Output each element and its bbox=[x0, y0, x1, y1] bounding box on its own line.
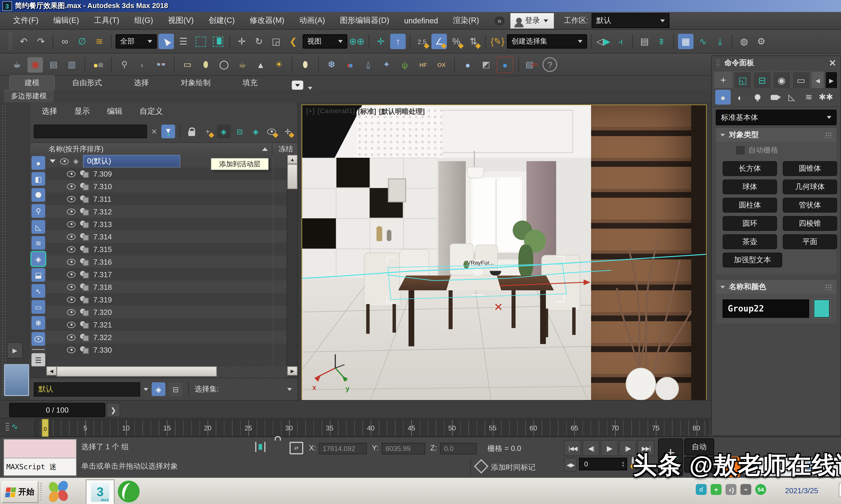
y-coordinate-field[interactable]: 6035.99 bbox=[382, 443, 425, 454]
ribbon-tab-freeform[interactable]: 自由形式 bbox=[57, 76, 117, 90]
column-name[interactable]: 名称(按升序排序) bbox=[30, 144, 103, 154]
plane-button[interactable]: 平面 bbox=[783, 234, 837, 249]
command-panel-titlebar[interactable]: 命令面板 bbox=[712, 56, 841, 70]
list-view-icon[interactable]: ☰ bbox=[32, 353, 45, 367]
viewport-menu-standard[interactable]: [标准] bbox=[358, 107, 376, 116]
object-row[interactable]: 7.318 bbox=[47, 281, 287, 293]
scroll-up-icon[interactable]: ▲ bbox=[287, 155, 297, 164]
select-place-panel-icon[interactable]: ◩ bbox=[478, 57, 494, 72]
visibility-eye-icon[interactable] bbox=[67, 271, 75, 277]
visibility-eye-icon[interactable] bbox=[67, 322, 75, 328]
tab-motion[interactable]: ◉ bbox=[772, 71, 791, 88]
help-icon[interactable]: ? bbox=[543, 57, 557, 72]
object-color-swatch[interactable] bbox=[813, 300, 829, 318]
render-settings-panel-icon[interactable]: ▥ bbox=[64, 57, 80, 72]
visibility-eye-icon[interactable] bbox=[67, 183, 75, 189]
select-scale-icon[interactable]: ◲ bbox=[268, 34, 284, 49]
scrollbar-thumb[interactable] bbox=[287, 164, 297, 189]
material-editor-icon[interactable]: ◍ bbox=[736, 34, 752, 49]
explorer-search-input[interactable] bbox=[34, 125, 147, 139]
macro-recorder-pane[interactable] bbox=[4, 439, 76, 458]
render-teapot-icon[interactable]: ☕ bbox=[9, 57, 24, 72]
object-row[interactable]: 7.320 bbox=[47, 306, 287, 318]
filter-spacewarps-icon[interactable]: ≋ bbox=[32, 236, 45, 250]
ribbon-dropdown-caret[interactable] bbox=[308, 87, 312, 90]
add-time-tag-label[interactable]: 添加时间标记 bbox=[491, 462, 535, 472]
layer-manager-icon[interactable]: ◈ bbox=[152, 382, 165, 396]
sun-light-icon[interactable]: ☀ bbox=[271, 57, 287, 72]
object-row[interactable]: 7.312 bbox=[47, 205, 287, 218]
scene-explorer-toggle-icon[interactable]: ▤ bbox=[637, 34, 652, 49]
hierarchy-view-icon[interactable]: ⊟ bbox=[169, 382, 183, 396]
category-spacewarps-icon[interactable]: ≋ bbox=[801, 90, 817, 105]
object-row[interactable]: 7.310 bbox=[47, 180, 287, 193]
filter-visibility-icon[interactable] bbox=[32, 332, 45, 346]
category-helpers-icon[interactable]: ◺ bbox=[784, 90, 799, 105]
listener-pane[interactable]: MAXScript 迷 bbox=[4, 458, 76, 475]
tube-button[interactable]: 管状体 bbox=[783, 198, 837, 213]
filter-helpers-icon[interactable]: ◺ bbox=[32, 220, 45, 234]
clear-search-icon[interactable]: ✕ bbox=[149, 127, 159, 136]
start-button[interactable]: 开始 bbox=[2, 481, 38, 503]
menu-edit[interactable]: 编辑(E) bbox=[46, 16, 87, 26]
create-layer-icon[interactable]: ＋ bbox=[201, 125, 214, 139]
object-row[interactable]: 7.311 bbox=[47, 193, 287, 205]
sphere-button[interactable]: 球体 bbox=[723, 179, 777, 194]
scroll-left-icon[interactable]: ◀ bbox=[47, 366, 57, 376]
filter-groups-icon[interactable]: ◈ bbox=[32, 252, 45, 266]
sign-in-button[interactable]: 登录 bbox=[510, 13, 554, 29]
textplus-button[interactable]: 加强型文本 bbox=[723, 253, 782, 268]
sphere-object-icon[interactable]: ● bbox=[460, 57, 476, 72]
metaball-icon[interactable]: ●● bbox=[342, 57, 358, 72]
camera-tripod-icon[interactable]: ⚲ bbox=[117, 57, 132, 72]
tabs-scroll-right-icon[interactable]: ▸ bbox=[825, 71, 838, 88]
edit-named-sets-icon[interactable]: {✎} bbox=[490, 34, 505, 49]
category-geometry-icon[interactable]: ● bbox=[715, 90, 731, 105]
visibility-eye-icon[interactable] bbox=[67, 258, 75, 265]
panel-grip[interactable] bbox=[716, 59, 720, 67]
selection-filter-dropdown[interactable]: 全部 bbox=[116, 34, 157, 49]
object-row[interactable]: 7.330 bbox=[47, 343, 287, 356]
visibility-eye-icon[interactable] bbox=[67, 346, 75, 353]
link-icon[interactable]: ∞ bbox=[57, 34, 73, 49]
cylinder-button[interactable]: 圆柱体 bbox=[723, 198, 777, 213]
tray-battery-badge[interactable]: 54 bbox=[755, 484, 766, 495]
nest-layer-icon[interactable]: ⊟ bbox=[233, 125, 246, 139]
viewport[interactable]: [+] [Camera01] [标准] [默认明暗处理] bbox=[302, 105, 707, 401]
scroll-right-icon[interactable]: ▶ bbox=[287, 366, 297, 376]
rollout-name-color-header[interactable]: 名称和颜色 bbox=[716, 280, 837, 294]
redo-icon[interactable]: ↷ bbox=[33, 34, 49, 49]
spacewarp-tower-icon[interactable]: ⍙ bbox=[360, 57, 376, 72]
x-coordinate-field[interactable]: 17614.092 bbox=[319, 443, 367, 454]
explorer-menu-select[interactable]: 选择 bbox=[42, 106, 57, 116]
coreldraw-icon[interactable] bbox=[118, 481, 140, 502]
visibility-eye-icon[interactable] bbox=[67, 196, 75, 202]
filter-geometry-icon[interactable]: ● bbox=[32, 156, 45, 170]
add-time-tag-icon[interactable] bbox=[474, 459, 488, 474]
rock-icon[interactable]: ✦ bbox=[379, 57, 394, 72]
panel-close-icon[interactable] bbox=[829, 59, 836, 66]
ribbon-tab-object-paint[interactable]: 对象绘制 bbox=[166, 76, 226, 90]
geosphere-button[interactable]: 几何球体 bbox=[783, 179, 837, 194]
category-lights-icon[interactable] bbox=[750, 90, 765, 105]
move-to-layer-icon[interactable]: ✛ bbox=[281, 125, 295, 139]
absolute-mode-icon[interactable]: ⇄ bbox=[290, 442, 303, 454]
workspace-dropdown[interactable]: 默认 bbox=[592, 13, 670, 28]
viewport-tab-swatch[interactable] bbox=[4, 364, 29, 396]
ox-fur-icon[interactable]: OX bbox=[434, 57, 449, 72]
category-shapes-icon[interactable]: ◐ bbox=[732, 90, 748, 105]
plain-light-icon[interactable]: ⬮ bbox=[297, 57, 313, 72]
notification-doc-icon[interactable] bbox=[839, 483, 841, 497]
torus-button[interactable]: 圆环 bbox=[723, 216, 777, 231]
viewport-menu-camera[interactable]: [Camera01] bbox=[317, 107, 355, 116]
ribbon-tab-populate[interactable]: 填充 bbox=[228, 76, 272, 90]
ies-light-cone-icon[interactable]: ▲ bbox=[253, 57, 269, 72]
filter-lights-icon[interactable] bbox=[32, 188, 45, 202]
active-layer-dropdown[interactable]: 默认 bbox=[34, 382, 140, 396]
menu-overflow-chevron[interactable]: » bbox=[495, 16, 504, 25]
tab-display[interactable]: ▭ bbox=[792, 71, 810, 88]
filter-xrefs-icon[interactable]: ⬓ bbox=[32, 268, 45, 282]
select-manipulate-icon[interactable]: ✛ bbox=[373, 34, 389, 49]
keyboard-override-icon[interactable]: ↑ bbox=[390, 34, 406, 49]
object-row[interactable]: 7.315 bbox=[47, 243, 287, 255]
